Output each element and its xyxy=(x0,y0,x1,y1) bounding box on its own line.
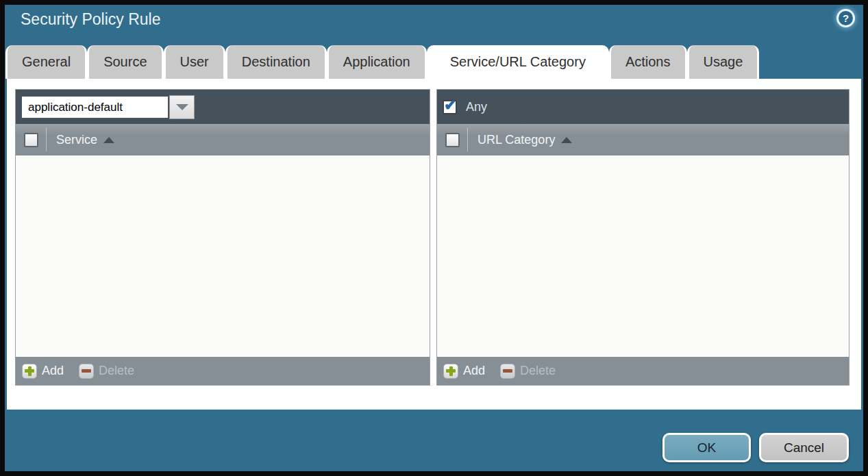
sort-ascending-icon[interactable] xyxy=(103,137,114,143)
chevron-down-icon xyxy=(176,104,188,110)
service-delete-button[interactable]: Delete xyxy=(79,364,134,379)
url-category-select-all-checkbox[interactable] xyxy=(445,133,460,147)
tab-service-url-category[interactable]: Service/URL Category xyxy=(427,45,609,79)
tab-user[interactable]: User xyxy=(164,45,225,79)
service-column-header[interactable]: Service xyxy=(47,133,97,147)
tab-destination[interactable]: Destination xyxy=(225,45,327,79)
help-glyph: ? xyxy=(843,12,849,24)
tab-source[interactable]: Source xyxy=(87,45,163,79)
delete-minus-icon xyxy=(79,364,94,379)
delete-minus-icon xyxy=(500,364,515,379)
delete-button-label: Delete xyxy=(520,364,556,378)
tab-application[interactable]: Application xyxy=(327,45,427,79)
service-type-value[interactable]: application-default xyxy=(21,96,169,118)
tab-actions[interactable]: Actions xyxy=(609,45,687,79)
service-select-all-cell xyxy=(16,133,46,147)
url-category-list[interactable] xyxy=(437,155,849,357)
tab-usage[interactable]: Usage xyxy=(687,45,760,79)
url-category-toolbar: ✔ Any xyxy=(437,90,849,124)
cancel-button[interactable]: Cancel xyxy=(759,433,849,462)
dialog-title: Security Policy Rule xyxy=(21,10,161,29)
dropdown-arrow-button[interactable] xyxy=(169,95,195,119)
checkmark-icon: ✔ xyxy=(444,97,456,114)
delete-button-label: Delete xyxy=(99,364,134,378)
add-button-label: Add xyxy=(42,364,64,378)
service-type-dropdown[interactable]: application-default xyxy=(21,95,195,119)
sort-ascending-icon[interactable] xyxy=(561,137,572,143)
service-table-header: Service xyxy=(16,124,430,155)
security-policy-rule-dialog: Security Policy Rule ? General Source Us… xyxy=(0,0,868,476)
add-button-label: Add xyxy=(463,364,485,378)
url-category-select-all-cell xyxy=(437,133,467,147)
service-add-button[interactable]: Add xyxy=(22,364,64,379)
url-category-delete-button[interactable]: Delete xyxy=(500,364,556,379)
add-plus-icon xyxy=(22,364,37,379)
url-any-label: Any xyxy=(466,100,487,114)
service-panel: application-default Service Add xyxy=(15,89,430,386)
service-list[interactable] xyxy=(16,155,430,357)
tab-bar: General Source User Destination Applicat… xyxy=(5,45,759,79)
add-plus-icon xyxy=(443,364,458,379)
url-category-add-button[interactable]: Add xyxy=(443,364,485,379)
tab-general[interactable]: General xyxy=(5,45,87,79)
url-category-table-header: URL Category xyxy=(437,124,849,155)
url-category-footer: Add Delete xyxy=(437,357,849,385)
service-select-all-checkbox[interactable] xyxy=(24,133,38,147)
service-toolbar: application-default xyxy=(16,90,430,124)
tab-content: application-default Service Add xyxy=(7,79,861,410)
service-footer: Add Delete xyxy=(16,357,430,385)
url-category-panel: ✔ Any URL Category Add D xyxy=(436,89,850,386)
url-category-column-header[interactable]: URL Category xyxy=(468,133,555,147)
ok-button[interactable]: OK xyxy=(662,433,751,462)
help-icon[interactable]: ? xyxy=(836,9,855,27)
url-any-checkbox[interactable]: ✔ xyxy=(443,100,457,114)
